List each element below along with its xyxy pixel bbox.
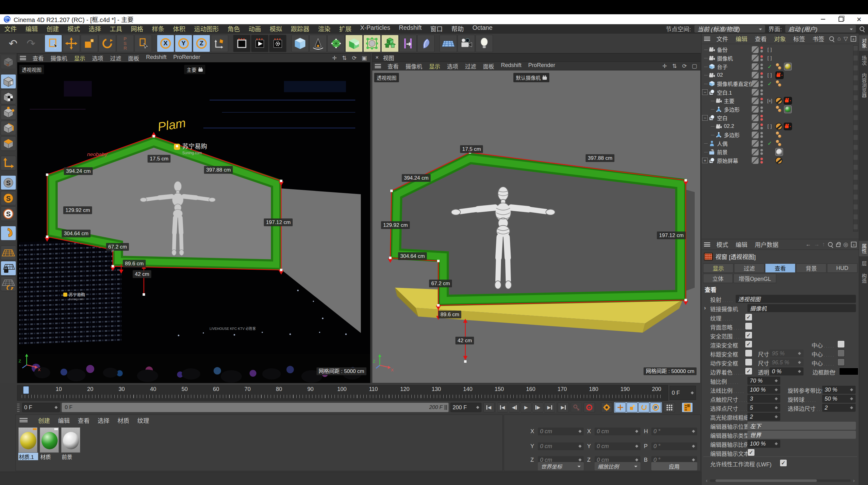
- prev-key-button[interactable]: ◀: [497, 402, 508, 412]
- attribute-tab[interactable]: 增强OpenGL: [734, 274, 776, 283]
- expander[interactable]: [709, 123, 715, 129]
- expander[interactable]: [702, 47, 708, 52]
- close-panel-icon[interactable]: ×: [375, 54, 379, 61]
- object-row[interactable]: 空白: [702, 114, 853, 122]
- expander[interactable]: [709, 132, 715, 138]
- action-safe-center-checkbox[interactable]: [837, 359, 845, 366]
- visibility-toggle[interactable]: [752, 114, 758, 121]
- viewport-menu-item[interactable]: 查看: [29, 54, 47, 62]
- menu-icon[interactable]: [20, 56, 26, 60]
- expander[interactable]: [702, 89, 708, 95]
- rot-p-field[interactable]: 0 °: [651, 443, 697, 450]
- camera-label[interactable]: 主要: [184, 65, 205, 74]
- next-frame-button[interactable]: ▶: [532, 402, 544, 412]
- visibility-toggle[interactable]: [752, 72, 758, 79]
- material-menu-item[interactable]: 纹理: [133, 416, 153, 425]
- viewport-menu-item[interactable]: 选项: [444, 62, 462, 70]
- object-row[interactable]: 摄像机垂直定位: [702, 80, 853, 88]
- object-row[interactable]: 02: [702, 71, 853, 80]
- up-icon[interactable]: ↑: [822, 241, 825, 248]
- point-touch-field[interactable]: 3: [747, 395, 780, 403]
- opacity-field[interactable]: 0 %: [769, 367, 804, 375]
- axis-scale-field[interactable]: 70 %: [747, 377, 780, 385]
- object-tag-icon[interactable]: [775, 80, 783, 87]
- key-parameter-button[interactable]: P: [650, 402, 661, 412]
- object-tag-icon[interactable]: [775, 97, 782, 104]
- expander[interactable]: [702, 158, 708, 163]
- lock-workplane-button[interactable]: [1, 261, 16, 276]
- menu-item[interactable]: Redshift: [395, 24, 426, 33]
- render-safe-center-checkbox[interactable]: [837, 340, 845, 348]
- record-key-button[interactable]: [571, 402, 582, 412]
- menu-item[interactable]: 模式: [63, 24, 84, 33]
- menu-icon[interactable]: [20, 418, 28, 422]
- object-name[interactable]: 摄像机: [717, 54, 733, 62]
- material-item[interactable]: 前景: [61, 427, 81, 460]
- undo-button[interactable]: ↶: [4, 35, 22, 52]
- object-row[interactable]: 摄像机: [702, 54, 853, 63]
- next-key-button[interactable]: ▶: [544, 402, 555, 412]
- menu-item[interactable]: 动画: [244, 24, 266, 33]
- scale-x-field[interactable]: 0 cm: [595, 428, 641, 435]
- menu-item[interactable]: 模拟: [266, 24, 286, 33]
- cage-deformer-button[interactable]: [363, 35, 381, 52]
- object-tag-icon[interactable]: [775, 72, 784, 79]
- projection-field[interactable]: 透视视图: [736, 295, 856, 303]
- light-object-button[interactable]: [475, 35, 493, 52]
- panel-side-tab[interactable]: 属性: [859, 241, 868, 256]
- menu-item[interactable]: 网格: [126, 24, 148, 33]
- object-tag-icon[interactable]: [775, 157, 782, 164]
- attribute-menu-item[interactable]: 用户数据: [751, 240, 782, 249]
- camera-link-field[interactable]: 摄像机: [747, 304, 856, 312]
- editor-render-dots[interactable]: [761, 158, 763, 164]
- editor-render-dots[interactable]: [761, 55, 763, 61]
- viewport-menu-item[interactable]: 摄像机: [402, 62, 426, 70]
- play-button[interactable]: ▶: [521, 402, 532, 412]
- scale-y-field[interactable]: 0 cm: [595, 443, 641, 450]
- backface-checkbox[interactable]: [745, 322, 752, 330]
- attribute-scrollbar[interactable]: ‹ ›: [706, 479, 855, 483]
- enable-snap-button[interactable]: S: [1, 175, 16, 190]
- object-row[interactable]: 前景: [702, 148, 853, 156]
- outline-thickness-field[interactable]: 2: [747, 413, 780, 421]
- render-to-picture-viewer-button[interactable]: [251, 35, 269, 52]
- material-name[interactable]: 材质.1: [18, 453, 38, 460]
- zoom-view-icon[interactable]: ⇅: [341, 55, 348, 61]
- snap-2d-button[interactable]: S: [1, 206, 16, 221]
- autokey-button[interactable]: [584, 402, 595, 412]
- object-row[interactable]: 原始屏幕: [702, 156, 853, 165]
- safe-range-checkbox[interactable]: [745, 332, 752, 339]
- workplane-button[interactable]: [1, 246, 16, 260]
- material-name[interactable]: 材质: [40, 453, 60, 460]
- close-button[interactable]: [850, 14, 868, 24]
- normal-scale-field[interactable]: 100 %: [747, 386, 780, 394]
- visibility-toggle[interactable]: [752, 132, 758, 138]
- panel-side-tab[interactable]: 层: [859, 258, 868, 269]
- interface-dropdown[interactable]: 启动 (用户): [785, 25, 856, 33]
- expander[interactable]: [702, 81, 708, 87]
- title-safe-checkbox[interactable]: [745, 349, 752, 357]
- object-name[interactable]: 台子: [717, 63, 727, 70]
- lock-icon[interactable]: [836, 244, 840, 247]
- panel-side-tab[interactable]: 构造: [859, 270, 868, 286]
- object-manager-menu-item[interactable]: 书签: [809, 34, 828, 43]
- object-name[interactable]: 空白.1: [717, 88, 732, 96]
- viewport-menu-item[interactable]: Redshift: [498, 62, 525, 70]
- snap-3d-button[interactable]: S: [1, 191, 16, 205]
- pan-view-icon[interactable]: ✛: [331, 55, 338, 61]
- object-name[interactable]: 主要: [724, 97, 734, 105]
- attribute-tab[interactable]: 立体: [703, 274, 733, 283]
- minimize-button[interactable]: [814, 14, 832, 24]
- visibility-toggle[interactable]: [752, 80, 758, 87]
- spline-pen-button[interactable]: [309, 35, 327, 52]
- add-layer-icon[interactable]: +: [850, 36, 856, 41]
- node-space-dropdown[interactable]: 当前 (标准/物理): [694, 25, 765, 33]
- edit-render-settings-button[interactable]: [269, 35, 286, 52]
- timeline-playhead[interactable]: [23, 386, 29, 394]
- panel-side-tab[interactable]: 场次: [859, 53, 868, 68]
- make-editable-button[interactable]: [1, 55, 16, 69]
- viewport-menu-item[interactable]: 查看: [384, 62, 402, 70]
- scroll-right-icon[interactable]: ›: [853, 478, 855, 483]
- edge-mode-button[interactable]: [1, 121, 16, 135]
- panel-side-tab[interactable]: 对象: [859, 35, 868, 51]
